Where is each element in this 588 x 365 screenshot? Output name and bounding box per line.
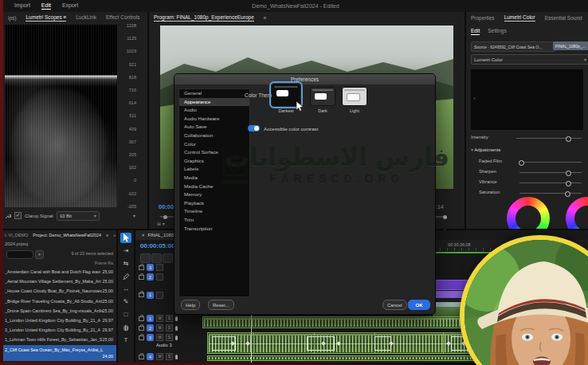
mute-button[interactable]: M [156, 315, 163, 322]
sequence-clip-button[interactable]: FINAL_1080p_... [553, 41, 588, 50]
table-row[interactable]: 1_Lohman Town Hills Forest_By_Sebastian_… [3, 335, 116, 344]
pref-category-appearance[interactable]: Appearance [179, 98, 249, 107]
table-row[interactable]: _Drone Spain Cambrero Sea_By_Img-visuals… [3, 306, 116, 316]
slider-track[interactable] [519, 193, 582, 194]
slider-intensity[interactable]: Intensity [471, 134, 583, 142]
project-tab-active[interactable]: Project: Demo_WhatsNewFall2024 [33, 233, 101, 237]
slider-track[interactable] [516, 138, 582, 139]
close-icon[interactable]: × [142, 233, 144, 237]
reset-button[interactable]: Reset... [208, 300, 234, 310]
tab-essential-sound[interactable]: Essential Sound [545, 15, 582, 21]
lock-icon[interactable] [139, 292, 144, 297]
subtab-edit[interactable]: Edit [471, 28, 480, 35]
slider-track[interactable] [519, 162, 582, 163]
pref-category-media-cache[interactable]: Media Cache [179, 182, 249, 191]
pref-category-auto-save[interactable]: Auto Save [179, 123, 249, 131]
table-row[interactable]: _House Coast Cloudy Boat_By_Piotrek_Naum… [3, 286, 116, 296]
pref-category-timeline[interactable]: Timeline [179, 207, 249, 216]
project-tab-vi-demo[interactable]: t: VI_DEMO [5, 233, 28, 237]
panel-menu-icon[interactable]: ≡ [106, 233, 108, 237]
frame-rate-column-header[interactable]: Frame Ra [95, 261, 113, 265]
pref-category-transcription[interactable]: Transcription [179, 225, 249, 234]
subtab-settings[interactable]: Settings [488, 28, 507, 35]
track-target-button[interactable]: 1 [147, 315, 154, 322]
accessible-contrast-toggle[interactable] [248, 125, 260, 131]
linked-selection-icon[interactable] [151, 253, 162, 263]
table-row[interactable]: 2_Cliff Coast Sea Ocean_By_Max_Freyss_Ar… [3, 345, 116, 361]
solo-button[interactable]: S [166, 315, 173, 322]
lock-icon[interactable] [139, 265, 144, 270]
mic-icon[interactable] [175, 326, 178, 331]
ok-button[interactable]: OK [408, 300, 430, 310]
lock-icon[interactable] [139, 355, 144, 359]
color-wheel-midtones[interactable] [507, 197, 550, 229]
lock-icon[interactable] [139, 316, 144, 321]
pref-category-color[interactable]: Color [179, 140, 249, 149]
adjustments-section-header[interactable]: ▾ Adjustments [471, 147, 500, 152]
lock-icon[interactable] [139, 275, 144, 280]
mic-icon[interactable] [175, 336, 178, 340]
theme-option-dark[interactable]: Dark [310, 87, 335, 113]
slider-knob[interactable] [566, 181, 571, 186]
track-select-forward-tool[interactable]: ⇥ [120, 245, 131, 256]
table-row[interactable]: _Bridge River Traveling Croatia_By_A6-St… [3, 296, 116, 306]
cancel-button[interactable]: Cancel [382, 300, 407, 310]
pen-tool[interactable]: ✎ [120, 296, 131, 307]
mic-icon[interactable] [175, 316, 178, 321]
source-clip-button[interactable]: Source · 6249592_Cliff Coast Sea O... [471, 41, 556, 52]
table-row[interactable]: _Amsterdam Canal with Boat and Dutch Fla… [3, 267, 116, 277]
pref-category-playback[interactable]: Playback [179, 199, 249, 208]
theme-thumbnail[interactable] [310, 87, 335, 106]
effect-dropdown[interactable]: Lumetri Color▾ [471, 54, 588, 65]
pref-category-media[interactable]: Media [179, 174, 249, 182]
program-monitor-tab[interactable]: Program: FINAL_1080p_ExperienceEurope [154, 14, 254, 22]
table-row[interactable]: 3_London United Kingdom City Building_By… [3, 325, 116, 335]
solo-button[interactable]: S [166, 334, 173, 341]
selected-clip-segment[interactable] [374, 336, 391, 351]
selected-clip-segment[interactable] [212, 336, 237, 351]
search-input[interactable] [6, 250, 33, 259]
tab-properties[interactable]: Properties [471, 15, 495, 21]
tab-overflow-icon[interactable]: » [113, 233, 116, 237]
menu-import[interactable]: Import [14, 2, 30, 10]
track-target-button[interactable]: 2 [147, 324, 154, 332]
lock-icon[interactable] [139, 326, 144, 331]
slider-knob[interactable] [566, 136, 571, 142]
pref-category-labels[interactable]: Labels [179, 165, 249, 174]
selection-tool[interactable] [120, 233, 131, 243]
playhead[interactable] [251, 312, 252, 363]
razor-tool[interactable] [120, 271, 131, 281]
mic-icon[interactable] [175, 355, 178, 359]
ripple-edit-tool[interactable]: ⇆ [120, 258, 131, 269]
clamp-signal-checkbox[interactable]: ✓ [14, 212, 22, 219]
collapse-arrow-icon[interactable]: ‹ [473, 95, 476, 102]
pref-category-audio[interactable]: Audio [179, 106, 249, 115]
type-tool[interactable]: T [120, 335, 131, 345]
pref-category-control-surface[interactable]: Control Surface [179, 148, 249, 157]
search-filter-icon[interactable]: ▾ [35, 250, 44, 259]
rectangle-tool[interactable]: □ [120, 309, 131, 320]
tab-lucklink[interactable]: LuckLink [76, 14, 96, 22]
solo-button[interactable]: S [166, 353, 173, 360]
slider-knob[interactable] [519, 160, 524, 166]
tab-lumetri-color[interactable]: Lumetri Color [504, 14, 535, 22]
wrench-icon[interactable] [5, 213, 11, 219]
table-row[interactable]: 1_London United Kingdom City Building_By… [3, 316, 116, 325]
mute-button[interactable]: M [156, 353, 163, 360]
track-target-button[interactable]: 2 [147, 273, 154, 281]
slider-faded-film[interactable]: Faded Film [471, 158, 583, 166]
table-row[interactable]: _Aerial Mountain Village Settlement_By_M… [3, 277, 116, 286]
pref-category-general[interactable]: General [179, 89, 249, 98]
track-target-button[interactable]: 4 [147, 353, 154, 360]
tab-effect-controls[interactable]: Effect Controls [106, 14, 140, 22]
menu-edit[interactable]: Edit [41, 2, 51, 10]
mute-button[interactable]: M [156, 324, 163, 332]
slider-saturation[interactable]: Saturation [471, 189, 583, 197]
mute-button[interactable]: M [156, 334, 163, 341]
panel-chevron-icon[interactable]: ▾ [133, 213, 135, 218]
tab-lumetri-scopes[interactable]: Lumetri Scopes ≡ [25, 14, 66, 22]
color-wheel-highlights[interactable] [566, 197, 588, 229]
pref-category-collaboration[interactable]: Collaboration [179, 131, 249, 140]
tab-clips-truncated[interactable]: ips) [8, 15, 16, 21]
track-target-button[interactable]: 3 [147, 264, 154, 271]
